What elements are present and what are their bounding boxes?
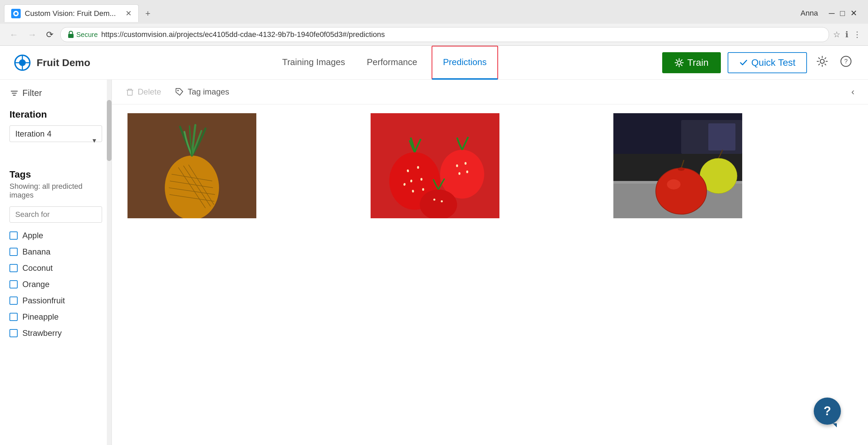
iteration-select-wrapper: Iteration 1 Iteration 2 Iteration 3 Iter… bbox=[9, 125, 102, 156]
tab-performance-label: Performance bbox=[367, 57, 417, 67]
browser-chrome: Custom Vision: Fruit Dem... ✕ + Anna ─ □… bbox=[0, 0, 868, 46]
sidebar: Filter Iteration Iteration 1 Iteration 2… bbox=[0, 80, 112, 445]
svg-point-45 bbox=[441, 200, 443, 202]
settings-button[interactable] bbox=[814, 53, 831, 73]
quick-test-check-icon bbox=[739, 58, 748, 67]
train-button[interactable]: Train bbox=[662, 52, 721, 73]
svg-point-21 bbox=[165, 156, 219, 218]
svg-point-7 bbox=[677, 61, 681, 64]
sidebar-scrollbar-track bbox=[107, 80, 112, 445]
image-card-pineapple[interactable] bbox=[127, 113, 256, 218]
svg-point-36 bbox=[422, 188, 424, 191]
sidebar-scrollbar-thumb[interactable] bbox=[107, 100, 112, 161]
tab-close-button[interactable]: ✕ bbox=[125, 9, 132, 18]
app-header: Fruit Demo Training Images Performance P… bbox=[0, 46, 868, 80]
maximize-button[interactable]: □ bbox=[840, 8, 845, 18]
window-controls: Anna ─ □ ✕ bbox=[801, 8, 864, 18]
secure-badge: Secure bbox=[67, 31, 98, 39]
address-bar[interactable]: Secure https://customvision.ai/projects/… bbox=[60, 27, 829, 42]
svg-point-1 bbox=[15, 12, 17, 15]
image-card-apple[interactable] bbox=[613, 113, 742, 218]
iteration-dropdown[interactable]: Iteration 1 Iteration 2 Iteration 3 Iter… bbox=[9, 125, 102, 142]
tag-checkbox-coconut[interactable] bbox=[9, 264, 18, 272]
svg-point-39 bbox=[456, 164, 458, 167]
tag-item-coconut[interactable]: Coconut bbox=[9, 263, 102, 273]
image-card-strawberry[interactable] bbox=[371, 113, 499, 218]
bookmark-icon[interactable]: ☆ bbox=[833, 30, 841, 39]
svg-point-8 bbox=[820, 59, 824, 63]
filter-section[interactable]: Filter bbox=[9, 88, 102, 98]
content-area: Delete Tag images ‹ bbox=[112, 80, 868, 445]
tag-label-strawberry: Strawberry bbox=[22, 328, 62, 338]
tag-label-pineapple: Pineapple bbox=[22, 312, 59, 322]
menu-icon[interactable]: ⋮ bbox=[853, 30, 861, 39]
tag-item-orange[interactable]: Orange bbox=[9, 280, 102, 289]
iteration-title: Iteration bbox=[9, 109, 102, 120]
address-bar-actions: ☆ ℹ ⋮ bbox=[833, 30, 861, 39]
tag-item-strawberry[interactable]: Strawberry bbox=[9, 328, 102, 338]
forward-button[interactable]: → bbox=[25, 28, 39, 41]
close-button[interactable]: ✕ bbox=[850, 8, 857, 18]
svg-point-19 bbox=[177, 90, 179, 91]
app-logo: Fruit Demo bbox=[14, 54, 90, 72]
content-toolbar: Delete Tag images ‹ bbox=[112, 80, 868, 104]
tag-item-pineapple[interactable]: Pineapple bbox=[9, 312, 102, 322]
tag-images-button[interactable]: Tag images bbox=[175, 87, 229, 97]
tag-label-orange: Orange bbox=[22, 280, 50, 289]
delete-icon bbox=[125, 87, 134, 96]
new-tab-button[interactable]: + bbox=[141, 7, 155, 20]
help-button[interactable]: ? bbox=[837, 53, 854, 73]
tag-item-passionfruit[interactable]: Passionfruit bbox=[9, 296, 102, 305]
tag-checkbox-strawberry[interactable] bbox=[9, 329, 18, 337]
svg-point-40 bbox=[465, 162, 467, 165]
tags-title: Tags bbox=[9, 169, 102, 180]
svg-point-44 bbox=[433, 199, 435, 201]
tab-bar: Custom Vision: Fruit Dem... ✕ + Anna ─ □… bbox=[0, 0, 868, 24]
tag-checkbox-banana[interactable] bbox=[9, 248, 18, 256]
refresh-button[interactable]: ⟳ bbox=[43, 28, 56, 41]
help-fab-label: ? bbox=[824, 404, 831, 418]
train-gear-icon bbox=[674, 58, 684, 67]
address-bar-row: ← → ⟳ Secure https://customvision.ai/pro… bbox=[0, 24, 868, 45]
help-fab-button[interactable]: ? bbox=[814, 398, 841, 425]
tag-checkbox-passionfruit[interactable] bbox=[9, 297, 18, 305]
user-name: Anna bbox=[801, 9, 818, 18]
svg-point-57 bbox=[678, 167, 685, 171]
tab-training-images[interactable]: Training Images bbox=[271, 46, 356, 80]
tags-subtitle: Showing: all predicted images bbox=[9, 182, 102, 200]
tab-favicon bbox=[11, 9, 21, 18]
info-icon[interactable]: ℹ bbox=[845, 30, 848, 39]
tag-item-apple[interactable]: Apple bbox=[9, 231, 102, 240]
tag-checkbox-apple[interactable] bbox=[9, 231, 18, 240]
tab-training-images-label: Training Images bbox=[282, 57, 345, 67]
delete-button[interactable]: Delete bbox=[125, 87, 161, 97]
quick-test-button-label: Quick Test bbox=[751, 57, 795, 68]
tag-item-banana[interactable]: Banana bbox=[9, 247, 102, 257]
svg-rect-49 bbox=[708, 123, 735, 150]
header-actions: Train Quick Test ? bbox=[662, 52, 854, 73]
images-grid bbox=[112, 104, 868, 227]
svg-point-41 bbox=[458, 172, 460, 175]
quick-test-button[interactable]: Quick Test bbox=[728, 52, 807, 73]
svg-point-42 bbox=[466, 170, 468, 173]
iteration-section: Iteration Iteration 1 Iteration 2 Iterat… bbox=[9, 109, 102, 156]
svg-point-32 bbox=[417, 166, 419, 169]
filter-icon bbox=[9, 88, 19, 98]
tags-search-input[interactable] bbox=[9, 206, 102, 223]
tag-checkbox-pineapple[interactable] bbox=[9, 313, 18, 321]
back-button[interactable]: ← bbox=[7, 28, 21, 41]
train-button-label: Train bbox=[687, 57, 709, 68]
filter-label: Filter bbox=[22, 88, 42, 98]
app-logo-icon bbox=[14, 54, 31, 72]
tag-checkbox-orange[interactable] bbox=[9, 280, 18, 288]
browser-tab[interactable]: Custom Vision: Fruit Dem... ✕ bbox=[4, 4, 139, 22]
tag-label-passionfruit: Passionfruit bbox=[22, 296, 65, 305]
tab-predictions[interactable]: Predictions bbox=[432, 46, 498, 80]
tag-icon bbox=[175, 87, 184, 97]
tab-performance[interactable]: Performance bbox=[356, 46, 428, 80]
sidebar-collapse-button[interactable]: ‹ bbox=[851, 86, 854, 97]
minimize-button[interactable]: ─ bbox=[829, 8, 834, 18]
tag-images-button-label: Tag images bbox=[188, 87, 229, 97]
svg-rect-2 bbox=[68, 34, 74, 38]
tab-predictions-label: Predictions bbox=[443, 57, 487, 67]
